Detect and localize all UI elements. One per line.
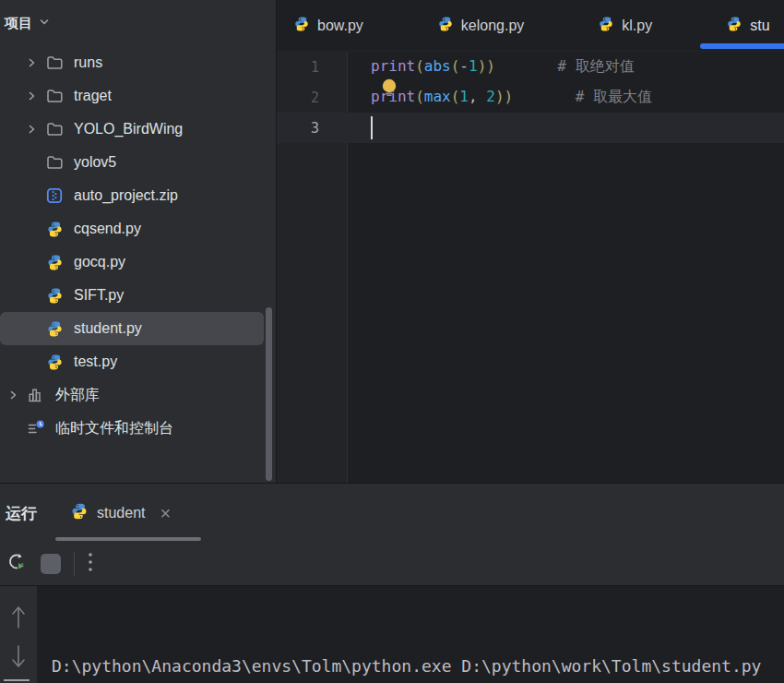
tab-bow-py[interactable]: bow.py bbox=[277, 0, 400, 51]
tree-item-cqsend-py[interactable]: cqsend.py bbox=[0, 212, 276, 246]
project-panel-title: 项目 bbox=[5, 15, 32, 32]
line-number: 2 bbox=[277, 90, 319, 106]
code-editor[interactable]: 1 print(abs(-1)) # 取绝对值 2 print(max(1, 2… bbox=[277, 52, 784, 483]
tab-label: bow.py bbox=[317, 18, 363, 34]
tab-label: kl.py bbox=[622, 18, 652, 34]
tree-item-external-libraries[interactable]: 外部库 bbox=[0, 378, 276, 412]
run-tool-window: 运行 student × bbox=[0, 483, 784, 683]
tree-item-label: cqsend.py bbox=[74, 221, 141, 237]
console-gutter-divider bbox=[4, 679, 30, 681]
tab-student-py-active[interactable]: stu bbox=[689, 0, 784, 51]
tree-item-label: SIFT.py bbox=[74, 287, 124, 304]
tree-item-traget[interactable]: traget bbox=[0, 79, 276, 113]
line-number: 1 bbox=[277, 59, 319, 76]
run-tab-student[interactable]: student × bbox=[55, 484, 185, 543]
tree-item-sift-py[interactable]: SIFT.py bbox=[0, 279, 276, 312]
folder-icon bbox=[44, 152, 65, 173]
pycharm-window: 项目 runs traget YOLO_BirdWing bbox=[0, 0, 784, 683]
python-icon bbox=[44, 318, 65, 339]
scratch-file-icon bbox=[26, 418, 46, 438]
folder-icon bbox=[44, 119, 65, 139]
toolbar-separator bbox=[74, 552, 75, 576]
close-icon[interactable]: × bbox=[160, 504, 171, 522]
python-icon bbox=[726, 16, 742, 36]
tab-kelong-py[interactable]: kelong.py bbox=[400, 0, 562, 51]
run-console: D:\python\Anaconda3\envs\Tolm\python.exe… bbox=[0, 585, 784, 683]
tree-item-scratches-consoles[interactable]: 临时文件和控制台 bbox=[0, 412, 276, 445]
project-panel: 项目 runs traget YOLO_BirdWing bbox=[0, 0, 277, 483]
folder-icon bbox=[44, 53, 65, 73]
tree-item-gocq-py[interactable]: gocq.py bbox=[0, 246, 276, 279]
tree-item-student-py[interactable]: student.py bbox=[0, 312, 264, 345]
arrow-up-icon[interactable] bbox=[7, 601, 30, 636]
chevron-right-icon[interactable] bbox=[18, 90, 44, 102]
tree-item-label: 临时文件和控制台 bbox=[55, 419, 173, 438]
code-text: print(abs(-1)) # 取绝对值 bbox=[371, 57, 635, 77]
chevron-right-icon[interactable] bbox=[18, 124, 44, 135]
tree-item-label: student.py bbox=[74, 320, 142, 337]
folder-icon bbox=[44, 86, 65, 106]
rerun-button[interactable] bbox=[6, 551, 28, 577]
tree-item-label: test.py bbox=[74, 353, 117, 370]
editor-tab-bar: bow.py kelong.py kl.py stu bbox=[277, 0, 784, 52]
more-options-button[interactable] bbox=[88, 551, 93, 577]
tree-item-label: 外部库 bbox=[55, 386, 100, 405]
tree-item-yolov5[interactable]: yolov5 bbox=[0, 146, 276, 179]
project-panel-header[interactable]: 项目 bbox=[0, 0, 276, 46]
python-icon bbox=[44, 285, 65, 306]
python-icon bbox=[598, 16, 614, 36]
console-output[interactable]: D:\python\Anaconda3\envs\Tolm\python.exe… bbox=[37, 586, 784, 683]
run-tab-label: student bbox=[97, 505, 145, 521]
lightbulb-icon[interactable] bbox=[381, 78, 398, 101]
chevron-right-icon[interactable] bbox=[18, 57, 44, 68]
python-icon bbox=[44, 252, 65, 272]
tree-item-auto-project-zip[interactable]: auto_project.zip bbox=[0, 179, 276, 212]
tree-item-yolo-birdwing[interactable]: YOLO_BirdWing bbox=[0, 113, 276, 146]
zip-archive-icon bbox=[44, 186, 65, 206]
active-tab-indicator bbox=[700, 43, 784, 49]
sidebar-scrollbar[interactable] bbox=[266, 307, 272, 481]
code-line-3-current[interactable]: 3 bbox=[277, 113, 784, 143]
library-icon bbox=[26, 385, 46, 405]
code-line-1[interactable]: 1 print(abs(-1)) # 取绝对值 bbox=[277, 52, 784, 82]
tab-kl-py[interactable]: kl.py bbox=[561, 0, 689, 51]
arrow-down-icon[interactable] bbox=[7, 641, 30, 677]
stop-button[interactable] bbox=[41, 554, 61, 574]
text-caret bbox=[371, 116, 373, 139]
code-line-2[interactable]: 2 print(max(1, 2)) # 取最大值 bbox=[277, 82, 784, 113]
python-icon bbox=[70, 502, 89, 524]
chevron-right-icon[interactable] bbox=[0, 389, 26, 401]
tab-label: kelong.py bbox=[461, 18, 525, 34]
tree-item-label: YOLO_BirdWing bbox=[74, 121, 183, 138]
run-panel-header: 运行 student × bbox=[0, 484, 784, 543]
python-icon bbox=[44, 352, 65, 372]
code-text: print(max(1, 2)) # 取最大值 bbox=[371, 88, 652, 107]
tree-item-label: runs bbox=[74, 54, 102, 71]
run-tab-indicator bbox=[55, 537, 201, 541]
console-line-path: D:\python\Anaconda3\envs\Tolm\python.exe… bbox=[52, 651, 784, 681]
console-gutter bbox=[0, 586, 37, 683]
run-toolbar bbox=[0, 543, 784, 585]
line-number: 3 bbox=[277, 120, 319, 137]
tree-item-runs[interactable]: runs bbox=[0, 46, 276, 79]
chevron-down-icon[interactable] bbox=[39, 15, 50, 31]
project-tree: runs traget YOLO_BirdWing yolov5 bbox=[0, 46, 276, 445]
python-icon bbox=[44, 219, 65, 239]
python-icon bbox=[437, 16, 454, 36]
tree-item-label: auto_project.zip bbox=[74, 187, 178, 204]
python-icon bbox=[293, 16, 310, 36]
tree-item-label: yolov5 bbox=[74, 154, 116, 171]
tree-item-label: traget bbox=[74, 88, 112, 104]
run-panel-title: 运行 bbox=[6, 503, 37, 524]
tab-label: stu bbox=[750, 18, 769, 34]
tree-item-label: gocq.py bbox=[74, 254, 125, 270]
code-text bbox=[371, 116, 373, 139]
tree-item-test-py[interactable]: test.py bbox=[0, 345, 276, 378]
